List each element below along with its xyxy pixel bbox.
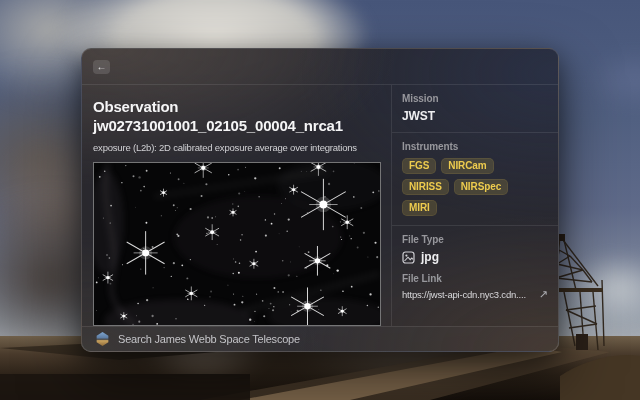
mission-label: Mission	[402, 93, 548, 104]
badge-nirspec: NIRSpec	[454, 179, 508, 195]
badge-niriss: NIRISS	[402, 179, 449, 195]
action-bar: Search James Webb Space Telescope	[82, 326, 558, 351]
file-type-value: jpg	[421, 250, 439, 264]
window-header: ←	[82, 49, 558, 85]
instruments-label: Instruments	[402, 141, 548, 152]
file-type-row: jpg	[402, 250, 548, 264]
page-title: Observation jw02731001001_02105_00004_nr…	[93, 97, 380, 135]
sidebar-divider	[392, 132, 558, 133]
file-link-row[interactable]: https://jwst-api-cdn.nyc3.cdn.... ↗	[402, 289, 548, 300]
raycast-detail-window: ← Observation jw02731001001_02105_00004_…	[81, 48, 559, 352]
file-type-label: File Type	[402, 234, 548, 245]
extension-name-label: Search James Webb Space Telescope	[118, 333, 300, 345]
instrument-badges: FGS NIRCam NIRISS NIRSpec MIRI	[402, 158, 532, 216]
title-line-2: jw02731001001_02105_00004_nrca1	[93, 116, 380, 135]
window-content: Observation jw02731001001_02105_00004_nr…	[82, 85, 558, 326]
badge-nircam: NIRCam	[441, 158, 493, 174]
metadata-sidebar: Mission JWST Instruments FGS NIRCam NIRI…	[392, 85, 558, 326]
external-link-icon[interactable]: ↗	[539, 289, 548, 300]
observation-subtitle: exposure (L2b): 2D calibrated exposure a…	[93, 142, 380, 153]
back-button[interactable]: ←	[93, 60, 110, 74]
badge-miri: MIRI	[402, 200, 437, 216]
file-link-url[interactable]: https://jwst-api-cdn.nyc3.cdn....	[402, 289, 526, 300]
sidebar-divider	[392, 225, 558, 226]
badge-fgs: FGS	[402, 158, 436, 174]
observation-image	[93, 162, 381, 326]
image-icon	[402, 251, 415, 264]
observation-detail-pane: Observation jw02731001001_02105_00004_nr…	[82, 85, 392, 326]
jwst-extension-icon	[96, 332, 109, 346]
mission-value: JWST	[402, 109, 548, 123]
title-line-1: Observation	[93, 97, 380, 116]
file-link-label: File Link	[402, 273, 548, 284]
